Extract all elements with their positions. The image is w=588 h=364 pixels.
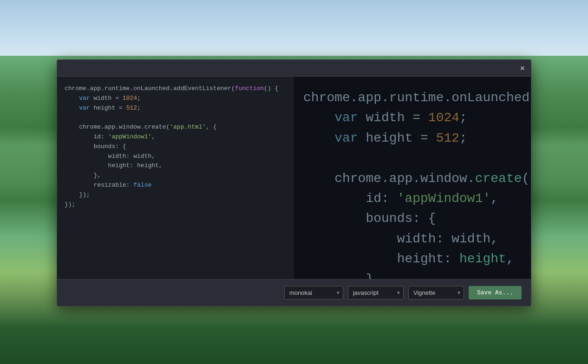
theme-select-wrap: monokai solarized dracula tomorrow-night…	[284, 286, 343, 299]
vignette-select-wrap: Vignette None Light Heavy ▼	[408, 286, 464, 299]
save-as-button[interactable]: Save As...	[469, 286, 522, 299]
code-pane-right: chrome.app.runtime.onLaunched.addL var w…	[294, 77, 531, 279]
close-button[interactable]: ✕	[518, 64, 527, 73]
lang-select-wrap: javascript python html css json ▼	[348, 286, 404, 299]
modal-footer: monokai solarized dracula tomorrow-night…	[57, 279, 531, 306]
modal-titlebar: ✕	[57, 60, 531, 77]
modal-body: chrome.app.runtime.onLaunched.addEventLi…	[57, 77, 531, 279]
vignette-select[interactable]: Vignette None Light Heavy	[408, 286, 464, 299]
code-pane-left: chrome.app.runtime.onLaunched.addEventLi…	[57, 77, 294, 279]
code-left: chrome.app.runtime.onLaunched.addEventLi…	[65, 84, 287, 209]
theme-select[interactable]: monokai solarized dracula tomorrow-night	[284, 286, 343, 299]
lang-select[interactable]: javascript python html css json	[348, 286, 404, 299]
close-icon: ✕	[520, 65, 525, 72]
code-editor-modal: ✕ chrome.app.runtime.onLaunched.addEvent…	[57, 59, 531, 306]
modal-overlay: ✕ chrome.app.runtime.onLaunched.addEvent…	[0, 0, 588, 364]
code-right: chrome.app.runtime.onLaunched.addL var w…	[303, 88, 522, 279]
